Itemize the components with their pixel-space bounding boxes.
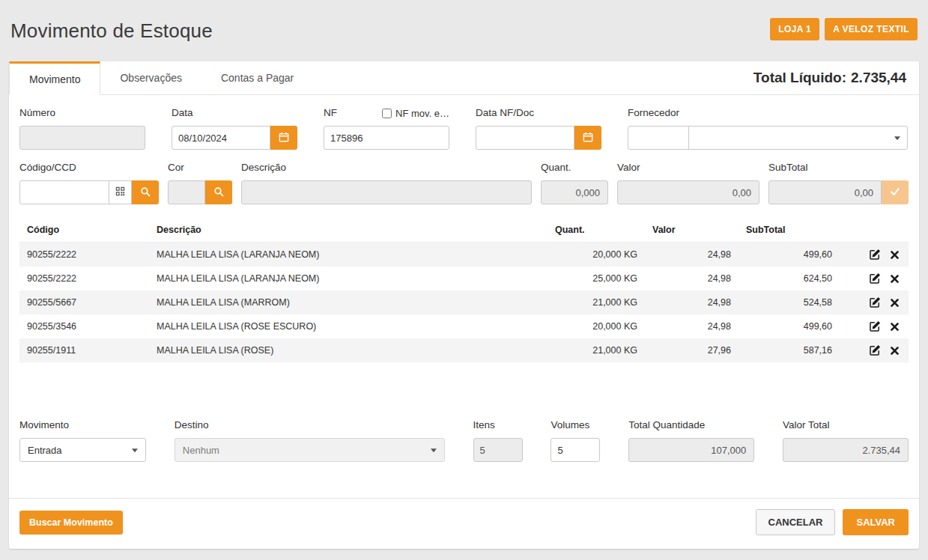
destino-select-wrap: Nenhum — [175, 438, 445, 462]
tab-movimento[interactable]: Movimento — [9, 61, 100, 95]
nf-label: NF — [324, 107, 337, 119]
data-input-group — [172, 126, 297, 150]
data-nf-input-group — [476, 126, 601, 150]
data-nf-calendar-button[interactable] — [574, 126, 601, 150]
fornecedor-code-input[interactable] — [628, 126, 689, 150]
row-subtotal: 499,60 — [739, 314, 840, 338]
row-valor: 24,98 — [645, 243, 739, 267]
card-body: Número Data NF — [9, 95, 919, 549]
movimento-card: Movimento Observações Contas a Pagar Tot… — [9, 61, 919, 549]
add-item-button[interactable] — [882, 180, 909, 204]
cor-search-button[interactable] — [205, 180, 232, 204]
bottom-block: Movimento Entrada Destino Nenhum — [19, 412, 909, 538]
delete-row-icon[interactable] — [890, 274, 900, 284]
total-quantidade-input — [628, 438, 754, 462]
col-header-codigo: Código — [19, 218, 149, 243]
table-row: 90255/2222 MALHA LEILA LISA (LARANJA NEO… — [19, 243, 909, 267]
data-nf-label: Data NF/Doc — [476, 107, 601, 119]
nf-input[interactable] — [324, 126, 449, 150]
cor-field-group: Cor — [168, 162, 232, 204]
volumes-field-group: Volumes — [551, 419, 600, 462]
subtotal-label: SubTotal — [768, 162, 909, 174]
row-codigo: 90255/1911 — [19, 338, 149, 362]
data-calendar-button[interactable] — [270, 126, 297, 150]
volumes-input[interactable] — [551, 438, 600, 462]
row-codigo: 90255/5667 — [19, 290, 149, 314]
data-field-group: Data — [172, 107, 297, 150]
fornecedor-select-wrap — [689, 126, 909, 150]
itens-label: Itens — [473, 419, 523, 431]
codigo-search-button[interactable] — [132, 180, 159, 204]
quant-label: Quant. — [541, 162, 608, 174]
calendar-icon — [583, 132, 593, 144]
edit-row-icon[interactable] — [869, 296, 881, 308]
cancelar-button[interactable]: CANCELAR — [756, 509, 836, 535]
calendar-icon — [279, 132, 289, 144]
col-header-valor: Valor — [645, 218, 739, 243]
delete-row-icon[interactable] — [890, 346, 900, 356]
row-valor: 27,96 — [645, 338, 739, 362]
valor-input — [617, 180, 759, 204]
row-subtotal: 499,60 — [739, 243, 840, 267]
movimento-select[interactable]: Entrada — [19, 438, 146, 462]
data-input[interactable] — [172, 126, 270, 150]
footer: Buscar Movimento CANCELAR SALVAR — [19, 499, 909, 538]
row-quant: 21,000 KG — [548, 338, 645, 362]
movimento-select-wrap: Entrada — [19, 438, 146, 462]
delete-row-icon[interactable] — [890, 250, 900, 260]
row-descricao: MALHA LEILA LISA (LARANJA NEOM) — [149, 267, 548, 290]
destino-select: Nenhum — [175, 438, 445, 462]
subtotal-field-group: SubTotal — [768, 162, 909, 204]
descricao-field-group: Descrição — [241, 162, 532, 204]
codigo-ccd-input[interactable] — [19, 180, 109, 204]
row-quant: 25,000 KG — [548, 267, 645, 290]
nf-mov-checkbox[interactable] — [382, 109, 392, 118]
codigo-barcode-button[interactable] — [109, 180, 132, 204]
fornecedor-input-group — [628, 126, 909, 150]
valor-label: Valor — [617, 162, 759, 174]
volumes-label: Volumes — [551, 419, 600, 431]
items-table-header: Código Descrição Quant. Valor SubTotal — [19, 218, 909, 243]
col-header-quant: Quant. — [548, 218, 645, 243]
valor-total-input — [783, 438, 909, 462]
destino-field-group: Destino Nenhum — [175, 419, 445, 462]
delete-row-icon[interactable] — [890, 322, 900, 332]
table-row: 90255/2222 MALHA LEILA LISA (LARANJA NEO… — [19, 267, 909, 290]
itens-field-group: Itens — [473, 419, 523, 462]
buscar-movimento-button[interactable]: Buscar Movimento — [19, 511, 123, 535]
salvar-button[interactable]: SALVAR — [843, 509, 909, 535]
row-descricao: MALHA LEILA LISA (LARANJA NEOM) — [149, 243, 548, 267]
codigo-ccd-input-group — [19, 180, 159, 204]
edit-row-icon[interactable] — [869, 344, 881, 356]
edit-row-icon[interactable] — [869, 320, 881, 332]
table-row: 90255/5667 MALHA LEILA LISA (MARROM) 21,… — [19, 290, 909, 314]
data-nf-input[interactable] — [476, 126, 574, 150]
fornecedor-select[interactable] — [688, 126, 908, 150]
company-button[interactable]: A VELOZ TEXTIL — [825, 18, 918, 40]
search-icon — [140, 186, 151, 199]
topbar: Movimento de Estoque LOJA 1 A VELOZ TEXT… — [0, 0, 928, 61]
valor-total-field-group: Valor Total — [783, 419, 909, 462]
data-nf-field-group: Data NF/Doc — [476, 107, 601, 150]
total-liquido-value: 2.735,44 — [851, 70, 906, 86]
cor-input — [168, 180, 205, 204]
quant-input — [541, 180, 608, 204]
row-valor: 24,98 — [645, 267, 739, 290]
row-quant: 21,000 KG — [548, 290, 645, 314]
delete-row-icon[interactable] — [890, 298, 900, 308]
total-quantidade-field-group: Total Quantidade — [628, 419, 754, 462]
tab-contas-a-pagar[interactable]: Contas a Pagar — [201, 61, 313, 94]
edit-row-icon[interactable] — [869, 249, 881, 261]
table-row: 90255/1911 MALHA LEILA LISA (ROSE) 21,00… — [19, 338, 909, 362]
store-button[interactable]: LOJA 1 — [770, 18, 819, 40]
col-header-subtotal: SubTotal — [739, 218, 840, 243]
fornecedor-field-group: Fornecedor — [628, 107, 909, 150]
movimento-field-group: Movimento Entrada — [19, 419, 146, 462]
tab-observacoes[interactable]: Observações — [100, 61, 201, 94]
row-descricao: MALHA LEILA LISA (ROSE) — [149, 338, 548, 362]
row-codigo: 90255/2222 — [19, 267, 149, 290]
total-liquido: Total Líquido: 2.735,44 — [741, 61, 919, 94]
table-row: 90255/3546 MALHA LEILA LISA (ROSE ESCURO… — [19, 314, 909, 338]
form-row-1: Número Data NF — [19, 107, 909, 150]
edit-row-icon[interactable] — [869, 273, 881, 284]
